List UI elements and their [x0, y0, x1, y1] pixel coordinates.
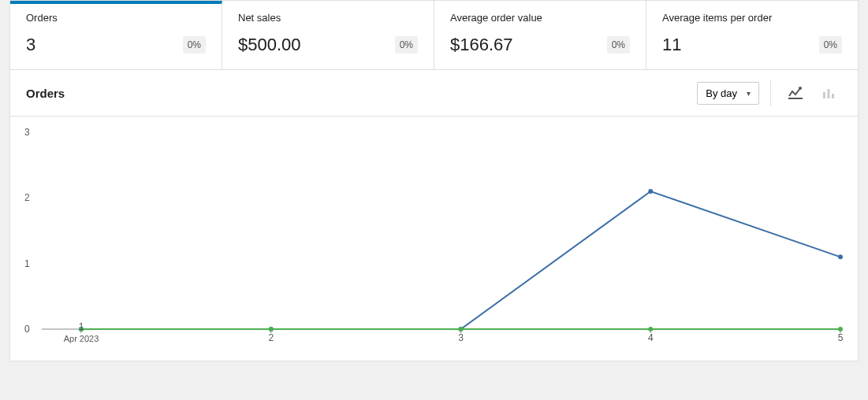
x-tick: 4	[648, 332, 654, 343]
y-tick: 2	[24, 192, 30, 203]
y-tick: 3	[24, 127, 30, 138]
stat-card-net-sales[interactable]: Net sales $500.00 0%	[222, 1, 434, 69]
stat-label: Average items per order	[662, 12, 842, 24]
chart-body: 01231Apr 20232345	[10, 117, 858, 361]
interval-label: By day	[706, 87, 737, 99]
x-tick-sub: Apr 2023	[64, 334, 99, 343]
stat-label: Orders	[26, 12, 206, 24]
stat-delta: 0%	[607, 36, 630, 54]
stat-value: 11	[662, 35, 681, 55]
stat-card-orders[interactable]: Orders 3 0%	[10, 1, 222, 69]
stat-card-avg-order-value[interactable]: Average order value $166.67 0%	[434, 1, 646, 69]
svg-point-19	[648, 327, 653, 331]
chart-panel: Orders By day ▾ 01231Apr 20232345	[9, 70, 859, 361]
chevron-down-icon: ▾	[747, 89, 751, 98]
x-tick: 5	[838, 332, 844, 343]
x-tick: 2	[268, 332, 274, 343]
y-tick: 1	[24, 258, 30, 269]
chart-header: Orders By day ▾	[10, 70, 858, 117]
stat-card-avg-items-per-order[interactable]: Average items per order 11 0%	[646, 1, 858, 69]
stat-delta: 0%	[395, 36, 418, 54]
line-chart-icon[interactable]	[782, 80, 809, 106]
stat-value: $500.00	[238, 35, 301, 55]
svg-point-20	[838, 327, 843, 331]
stat-value: $166.67	[450, 35, 513, 55]
plot-svg	[42, 132, 842, 329]
stat-label: Average order value	[450, 12, 630, 24]
divider	[770, 80, 771, 106]
plot-area: 01231Apr 20232345	[42, 132, 842, 329]
svg-point-0	[799, 87, 802, 90]
svg-rect-3	[828, 89, 830, 98]
x-tick: 3	[458, 332, 464, 343]
svg-point-15	[838, 254, 843, 259]
stats-row: Orders 3 0% Net sales $500.00 0% Average…	[9, 0, 859, 70]
chart-title: Orders	[26, 87, 65, 100]
chart-controls: By day ▾	[697, 80, 842, 106]
bar-chart-icon[interactable]	[815, 80, 842, 106]
svg-rect-4	[832, 94, 834, 98]
svg-rect-2	[823, 92, 825, 98]
stat-label: Net sales	[238, 12, 418, 24]
x-tick: 1Apr 2023	[64, 321, 99, 343]
y-tick: 0	[24, 324, 30, 335]
stat-delta: 0%	[819, 36, 842, 54]
stat-delta: 0%	[183, 36, 206, 54]
svg-point-18	[459, 327, 464, 331]
svg-point-14	[648, 189, 653, 194]
svg-point-17	[269, 327, 274, 331]
stat-value: 3	[26, 35, 35, 55]
interval-select[interactable]: By day ▾	[697, 82, 759, 105]
